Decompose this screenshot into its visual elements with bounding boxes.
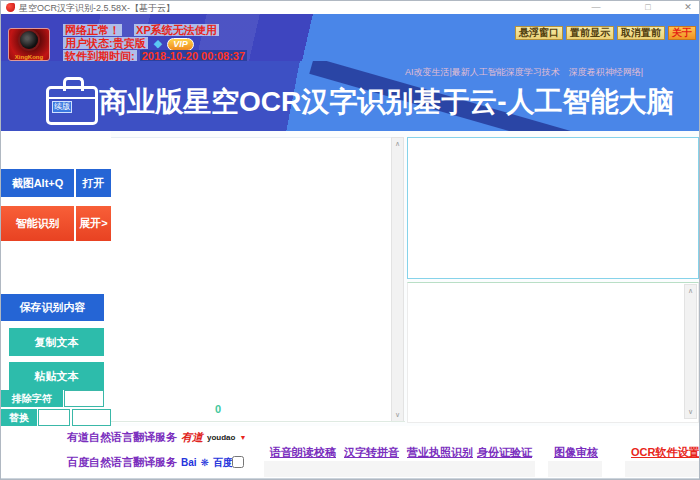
- maximize-button[interactable]: □: [639, 1, 657, 13]
- replace-from-input[interactable]: [38, 409, 70, 426]
- scroll-down-icon[interactable]: ∨: [685, 408, 696, 416]
- save-result-button[interactable]: 保存识别内容: [1, 294, 104, 321]
- youdao-logo-en: youdao: [207, 433, 235, 442]
- bottom-bar: 有道自然语言翻译服务 有道 youdao ▼ 百度自然语言翻译服务 Bai ❋ …: [1, 426, 699, 480]
- app-window: 星空OCR汉字识别-2.5.58X-【基于云】 — □ ✕ XingKong 网…: [0, 0, 700, 480]
- replace-label: 替换: [1, 409, 37, 426]
- secondary-text-panel[interactable]: [407, 282, 699, 423]
- briefcase-icon: 续版: [46, 77, 100, 125]
- status-banner: XingKong 网络正常！ XP系统无法使用 用户状态:贵宾版 ◆ VIP 软…: [1, 14, 699, 61]
- copy-text-button[interactable]: 复制文本: [9, 328, 104, 356]
- link-highlight: [264, 461, 338, 477]
- expand-button[interactable]: 展开>: [76, 206, 111, 241]
- youdao-logo: 有道: [181, 430, 203, 445]
- youdao-service-label: 有道自然语言翻译服务: [67, 430, 177, 445]
- camera-lens-icon: [20, 31, 38, 49]
- baidu-paw-icon: ❋: [201, 457, 209, 468]
- editor-divider: [111, 421, 405, 422]
- open-file-button[interactable]: 打开: [76, 169, 111, 197]
- link-highlight: [625, 461, 700, 477]
- close-button[interactable]: ✕: [679, 1, 697, 13]
- minimize-button[interactable]: —: [587, 1, 605, 13]
- baidu-service-label: 百度自然语言翻译服务: [67, 455, 177, 470]
- link-highlight: [548, 461, 602, 477]
- exclude-chars-input[interactable]: [64, 390, 104, 407]
- scroll-up-icon[interactable]: ∧: [685, 287, 696, 295]
- char-count: 0: [215, 403, 221, 415]
- title-bar: 星空OCR汉字识别-2.5.58X-【基于云】 — □ ✕: [1, 1, 699, 14]
- float-window-button[interactable]: 悬浮窗口: [515, 26, 563, 40]
- link-business-license-ocr[interactable]: 营业执照识别: [407, 445, 473, 460]
- replace-to-input[interactable]: [72, 409, 111, 426]
- diamond-icon: ◆: [154, 37, 162, 49]
- link-ocr-settings[interactable]: OCR软件设置: [631, 445, 699, 460]
- recognition-text-area[interactable]: [111, 137, 391, 423]
- baidu-logo-cn: 百度: [213, 456, 233, 470]
- link-highlight: [401, 461, 477, 477]
- status-line-network: 网络正常！ XP系统无法使用: [63, 24, 219, 36]
- header-tagline: AI改变生活|最新人工智能深度学习技术 深度卷积神经网络|: [405, 66, 643, 79]
- image-preview-panel[interactable]: [407, 137, 699, 279]
- app-icon: [6, 3, 15, 12]
- link-speech-proofread[interactable]: 语音朗读校稿: [270, 445, 336, 460]
- link-highlight: [338, 461, 402, 477]
- secondary-panel-scrollbar[interactable]: ∧ ∨: [684, 284, 697, 419]
- link-id-card-verify[interactable]: 身份证验证: [477, 445, 532, 460]
- window-tool-buttons: 悬浮窗口 置前显示 取消置前 关于: [515, 26, 696, 40]
- editor-scrollbar[interactable]: ∧ ∨: [391, 137, 404, 422]
- scroll-up-icon[interactable]: ∧: [392, 140, 403, 148]
- exclude-chars-label: 排除字符: [1, 390, 63, 407]
- show-front-button[interactable]: 置前显示: [566, 26, 614, 40]
- app-header: 续版 AI改变生活|最新人工智能深度学习技术 深度卷积神经网络| 商业版星空OC…: [1, 61, 699, 131]
- link-image-audit[interactable]: 图像审核: [554, 445, 598, 460]
- baidu-service-row: 百度自然语言翻译服务 Bai ❋ 百度 ▼: [67, 455, 244, 470]
- about-button[interactable]: 关于: [668, 26, 696, 40]
- network-status: 网络正常！: [63, 24, 122, 36]
- briefcase-seam: [49, 97, 95, 99]
- page-title: 商业版星空OCR汉字识别基于云-人工智能大脑: [99, 83, 675, 121]
- cancel-front-button[interactable]: 取消置前: [617, 26, 665, 40]
- logo-text: XingKong: [9, 54, 49, 60]
- link-hanzi-to-pinyin[interactable]: 汉字转拼音: [344, 445, 399, 460]
- youdao-dropdown-icon[interactable]: ▼: [239, 434, 246, 441]
- status-line-user: 用户状态:贵宾版 ◆ VIP: [63, 37, 194, 51]
- link-highlight: [471, 461, 535, 477]
- paste-text-button[interactable]: 粘贴文本: [9, 362, 104, 390]
- baidu-service-checkbox[interactable]: [232, 456, 244, 468]
- recognize-button[interactable]: 智能识别: [1, 206, 74, 241]
- screenshot-button[interactable]: 截图Alt+Q: [1, 169, 74, 197]
- scroll-down-icon[interactable]: ∨: [392, 411, 403, 419]
- youdao-service-row: 有道自然语言翻译服务 有道 youdao ▼: [67, 430, 246, 445]
- baidu-logo-en: Bai: [181, 457, 197, 468]
- renew-badge: 续版: [52, 101, 72, 113]
- xp-notice: XP系统无法使用: [134, 24, 219, 36]
- user-status: 用户状态:贵宾版: [63, 37, 148, 49]
- xingkong-logo: XingKong: [8, 28, 50, 61]
- briefcase-body: 续版: [46, 86, 98, 125]
